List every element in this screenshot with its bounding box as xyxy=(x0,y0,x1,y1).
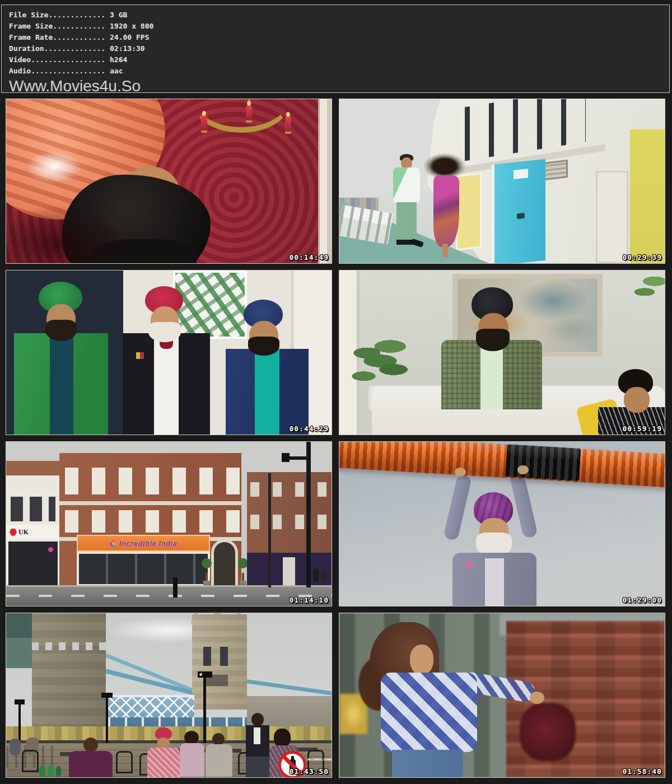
screenshot-5: UK Incredible India 01:14:10 xyxy=(6,441,332,606)
navy-suit-shape xyxy=(226,349,309,435)
person-head-shape xyxy=(184,731,199,744)
still-beach-huts xyxy=(339,99,665,263)
beard-shape xyxy=(45,320,77,341)
timestamp-8: 01:58:40 xyxy=(622,768,662,775)
tower-window-shape xyxy=(220,647,228,666)
alcohol-warning-text: ALCOHOL CONSUMPTION IS INJURIOUS xyxy=(307,758,332,761)
screenshot-3: 00:44:29 xyxy=(6,270,332,435)
purple-shirt-person-shape xyxy=(69,751,113,777)
still-motion-blur xyxy=(339,613,665,777)
flower-logo-icon xyxy=(110,540,117,547)
still-hanging-pipe xyxy=(339,442,665,606)
timestamp-1: 00:14:49 xyxy=(289,254,329,261)
pedestrian-shape xyxy=(313,568,319,582)
person-head-shape xyxy=(83,738,98,752)
bridge-tower-shape xyxy=(192,614,247,710)
bollard-shape xyxy=(173,577,178,598)
cafe-chair-shape xyxy=(116,751,133,773)
corner-plant-shape xyxy=(631,270,665,306)
arched-door-shape xyxy=(211,539,238,587)
grey-suit-shape xyxy=(452,553,536,606)
person-head-shape xyxy=(251,713,264,726)
person-head-shape xyxy=(212,733,225,745)
info-row-duration: Duration.............. 02:13:30 xyxy=(9,43,669,54)
cafe-chair-shape xyxy=(22,750,39,772)
screenshot-6: 01:29:00 xyxy=(339,441,665,606)
red-candle-shape xyxy=(246,106,252,120)
right-shopfront-shape xyxy=(247,553,332,587)
person-face-shape xyxy=(157,738,170,749)
info-row-frame-rate: Frame Rate............ 24.00 FPS xyxy=(9,32,669,43)
site-watermark: Www.Movies4u.So xyxy=(9,78,669,94)
timestamp-7: 01:43:50 xyxy=(289,768,329,775)
still-living-room xyxy=(339,270,665,435)
shop-window-shape xyxy=(77,552,210,586)
yellow-wall-shape xyxy=(630,129,665,263)
screenshot-2: 00:29:39 xyxy=(339,99,665,264)
shadow-shape xyxy=(6,206,124,263)
timestamp-2: 00:29:39 xyxy=(622,254,662,261)
topiary-tree-shape xyxy=(202,558,212,587)
leaf-artwork-shape xyxy=(173,270,247,339)
smoke-puff-shape xyxy=(26,151,82,183)
bank-logo-icon xyxy=(10,529,17,536)
road-shape xyxy=(6,585,332,606)
lamp-head-shape xyxy=(101,693,113,698)
dark-flowers-shape xyxy=(520,703,576,761)
lamp-head-shape xyxy=(198,671,212,678)
still-tower-bridge-cafe: ALCOHOL CONSUMPTION IS INJURIOUS xyxy=(6,613,332,777)
man-jacket-shape xyxy=(393,167,420,203)
info-row-video: Video................. h264 xyxy=(9,54,669,66)
face-shape xyxy=(410,645,433,675)
lamp-post-shape xyxy=(306,442,311,587)
bank-sign-text: UK xyxy=(18,529,29,535)
stone-tower-shape xyxy=(32,613,106,732)
tower-window-shape xyxy=(203,647,211,666)
screenshot-1: 00:14:49 xyxy=(6,99,332,264)
beard-shape xyxy=(476,329,510,351)
lamp-head-shape xyxy=(15,699,25,704)
argyle-cardigan-shape xyxy=(381,673,477,752)
standing-waiter-shape xyxy=(246,725,269,777)
pocket-square-shape xyxy=(136,352,144,359)
lamp-head-shape xyxy=(282,453,290,462)
media-info-sheet: File Size............. 3 GB Frame Size..… xyxy=(0,0,672,784)
lamp-post-shape xyxy=(106,696,108,743)
red-candle-shape xyxy=(201,116,207,130)
yellow-door-shape xyxy=(456,172,482,251)
woman-legs-shape xyxy=(442,244,448,257)
man-legs-shape xyxy=(396,202,417,245)
orange-pipe-shape xyxy=(339,442,665,488)
hoodie-person-shape xyxy=(206,744,232,777)
red-candle-shape xyxy=(285,117,291,132)
incredible-india-sign: Incredible India xyxy=(77,535,210,552)
left-windows-shape xyxy=(11,497,55,521)
window-frame-shape xyxy=(318,99,332,263)
timestamp-4: 00:59:19 xyxy=(622,425,662,432)
hand-shape xyxy=(517,465,529,474)
pink-jacket-person-shape xyxy=(147,748,180,777)
pedestrian-shape xyxy=(321,570,326,582)
seated-woman-shape xyxy=(180,743,204,777)
crenellation-shape xyxy=(32,642,106,650)
green-suit-shape xyxy=(14,333,108,435)
screenshot-8: 01:58:40 xyxy=(339,613,665,778)
lamp-arm-shape xyxy=(286,456,311,460)
hand-shape xyxy=(530,692,544,704)
person-head-shape xyxy=(274,729,291,748)
info-row-audio: Audio................. aac xyxy=(9,66,669,77)
still-london-street: UK Incredible India xyxy=(6,442,332,606)
woman-dress-shape xyxy=(433,175,459,247)
jeans-shape xyxy=(392,750,463,777)
bank-sign: UK xyxy=(6,525,59,539)
seated-person-shape xyxy=(10,739,21,755)
lamp-post-shape xyxy=(203,676,206,743)
screenshot-4: 00:59:19 xyxy=(339,270,665,435)
face-shape xyxy=(624,387,650,413)
still-three-men xyxy=(6,270,332,435)
timestamp-3: 00:44:29 xyxy=(289,425,329,432)
white-beard-shape xyxy=(148,322,181,342)
timestamp-5: 01:14:10 xyxy=(289,596,329,604)
screenshot-7: ALCOHOL CONSUMPTION IS INJURIOUS 01:43:5… xyxy=(6,613,332,778)
pipe-coupler-shape xyxy=(505,444,581,481)
